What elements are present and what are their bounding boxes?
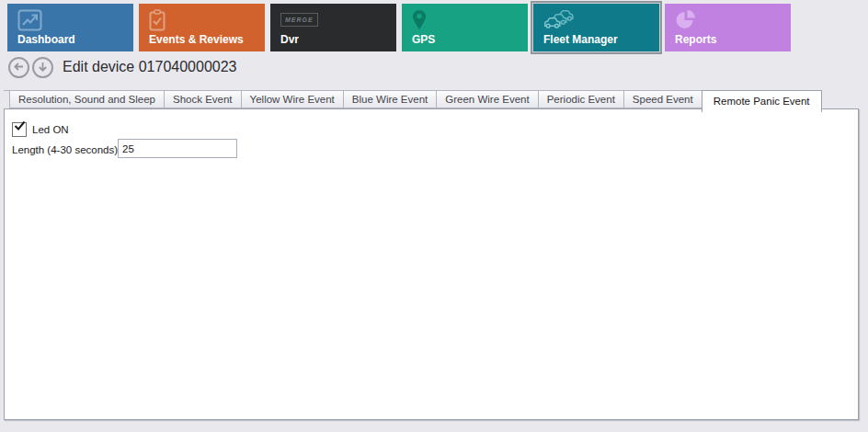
tile-reports[interactable]: Reports — [665, 4, 791, 51]
tile-label: GPS — [412, 33, 435, 46]
clipboard-check-icon — [149, 9, 166, 35]
tab-remote-panic-event[interactable]: Remote Panic Event — [702, 90, 822, 112]
tile-label: Dvr — [280, 33, 299, 46]
map-pin-icon — [412, 9, 427, 34]
tab-blue-wire-event[interactable]: Blue Wire Event — [343, 90, 437, 108]
dvr-logo-icon: MERGE — [280, 9, 318, 27]
tile-label: Fleet Manager — [543, 33, 618, 46]
down-button[interactable] — [32, 57, 53, 78]
tab-resolution-sound-sleep[interactable]: Resolution, Sound and Sleep — [9, 90, 165, 108]
dvr-logo-text: MERGE — [280, 13, 318, 27]
tile-label: Reports — [675, 33, 716, 46]
led-on-label: Led ON — [32, 124, 69, 135]
app-window: Dashboard Events & Reviews MERGE Dvr — [0, 0, 868, 432]
tab-speed-event[interactable]: Speed Event — [623, 90, 702, 108]
tile-gps[interactable]: GPS — [402, 4, 528, 51]
back-button[interactable] — [8, 57, 29, 78]
tab-green-wire-event[interactable]: Green Wire Event — [436, 90, 538, 108]
down-arrow-icon — [37, 61, 49, 75]
checkbox-box[interactable] — [12, 122, 27, 137]
remote-panic-event-panel: Led ON Length (4-30 seconds) — [4, 108, 859, 420]
tab-shock-event[interactable]: Shock Event — [164, 90, 242, 108]
led-on-checkbox[interactable]: Led ON — [12, 122, 69, 137]
back-arrow-icon — [13, 61, 25, 75]
main-nav-tilebar: Dashboard Events & Reviews MERGE Dvr — [7, 4, 791, 51]
checkmark-icon — [14, 120, 26, 131]
length-input[interactable] — [118, 139, 237, 158]
pie-chart-icon — [675, 9, 696, 34]
tab-periodic-event[interactable]: Periodic Event — [538, 90, 624, 108]
page-title: Edit device 017040000023 — [63, 59, 237, 75]
tile-dashboard[interactable]: Dashboard — [7, 4, 133, 51]
tile-fleet-manager[interactable]: Fleet Manager — [533, 4, 659, 51]
tile-label: Events & Reviews — [149, 33, 244, 46]
tab-yellow-wire-event[interactable]: Yellow Wire Event — [241, 90, 344, 108]
length-field-label: Length (4-30 seconds) — [12, 144, 118, 155]
tile-label: Dashboard — [17, 33, 75, 46]
tile-events-reviews[interactable]: Events & Reviews — [139, 4, 265, 51]
device-settings-tabs: Resolution, Sound and Sleep Shock Event … — [4, 90, 821, 112]
line-chart-icon — [17, 9, 42, 36]
tile-dvr[interactable]: MERGE Dvr — [270, 4, 396, 51]
